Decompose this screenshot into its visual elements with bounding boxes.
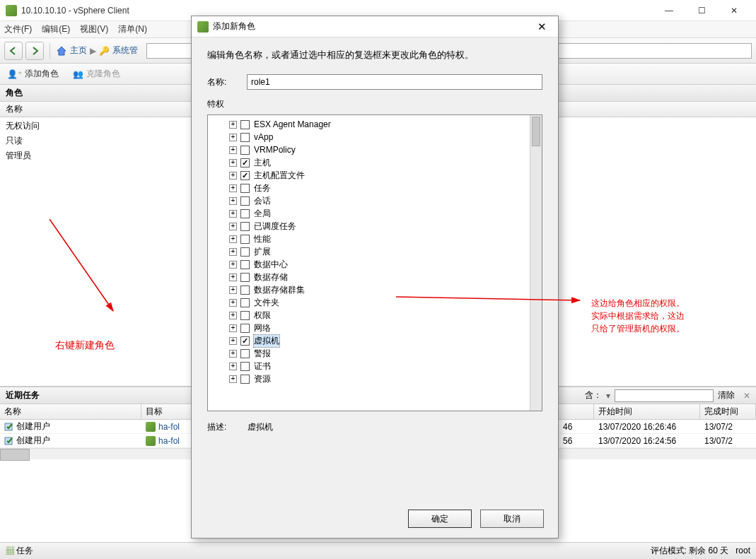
clone-role-button[interactable]: 👥 克隆角色 — [73, 68, 120, 80]
checkbox[interactable] — [240, 209, 250, 218]
checkbox[interactable] — [240, 260, 250, 269]
expand-icon[interactable]: + — [229, 337, 237, 345]
expand-icon[interactable]: + — [229, 248, 237, 256]
checkbox[interactable] — [240, 286, 250, 295]
dialog-icon — [197, 21, 209, 33]
checkbox[interactable] — [240, 196, 250, 206]
add-role-button[interactable]: 👤⁺ 添加角色 — [7, 68, 59, 80]
expand-icon[interactable]: + — [229, 121, 237, 129]
close-tasks-icon[interactable]: ✕ — [743, 391, 750, 401]
maximize-button[interactable]: ☐ — [685, 0, 718, 21]
checkbox[interactable] — [240, 158, 250, 167]
col-end[interactable]: 完成时间 — [700, 404, 756, 419]
expand-icon[interactable]: + — [229, 350, 237, 358]
back-button[interactable] — [4, 42, 23, 60]
tree-node[interactable]: +VRMPolicy — [209, 143, 540, 156]
expand-icon[interactable]: + — [229, 159, 237, 167]
tree-scrollbar[interactable] — [530, 115, 542, 411]
checkbox[interactable] — [240, 235, 250, 244]
expand-icon[interactable]: + — [229, 223, 237, 230]
tree-node[interactable]: +数据中心 — [209, 258, 540, 271]
expand-icon[interactable]: + — [229, 363, 237, 370]
home-icon[interactable] — [56, 45, 67, 57]
col-name[interactable]: 名称 — [0, 404, 141, 419]
checkbox[interactable] — [240, 362, 250, 371]
tree-node[interactable]: +主机配置文件 — [209, 169, 540, 182]
tree-node[interactable]: +会话 — [209, 194, 540, 207]
checkbox[interactable] — [240, 273, 250, 282]
checkbox[interactable] — [240, 298, 250, 307]
menu-file[interactable]: 文件(F) — [4, 23, 32, 35]
tree-label: 任务 — [254, 182, 271, 194]
tree-node[interactable]: +ESX Agent Manager — [209, 118, 540, 131]
role-name-input[interactable] — [247, 74, 542, 90]
tree-node[interactable]: +资源 — [209, 372, 540, 385]
expand-icon[interactable]: + — [229, 210, 237, 218]
checkbox[interactable] — [240, 120, 250, 129]
tree-node[interactable]: +全局 — [209, 207, 540, 220]
dialog-description: 编辑角色名称，或者通过选中相应的复选框来更改此角色的特权。 — [207, 49, 542, 61]
checkbox[interactable] — [240, 324, 250, 333]
expand-icon[interactable]: + — [229, 312, 237, 319]
tree-node[interactable]: +已调度任务 — [209, 220, 540, 233]
menu-view[interactable]: 视图(V) — [80, 23, 108, 35]
expand-icon[interactable]: + — [229, 197, 237, 205]
checkbox[interactable] — [240, 171, 250, 180]
tree-label: 主机 — [254, 157, 271, 169]
cancel-button[interactable]: 取消 — [480, 510, 544, 528]
checkbox[interactable] — [240, 184, 250, 193]
checkbox[interactable] — [240, 222, 250, 231]
clear-button[interactable]: 清除 — [718, 389, 735, 401]
expand-icon[interactable]: + — [229, 261, 237, 269]
task-icon — [4, 422, 14, 432]
expand-icon[interactable]: + — [229, 299, 237, 307]
checkbox[interactable] — [240, 336, 250, 346]
expand-icon[interactable]: + — [229, 146, 237, 154]
tree-node[interactable]: +文件夹 — [209, 296, 540, 309]
tree-node[interactable]: +性能 — [209, 233, 540, 245]
checkbox[interactable] — [240, 133, 250, 142]
minimize-button[interactable]: — — [653, 0, 685, 21]
tree-node[interactable]: +主机 — [209, 156, 540, 169]
expand-icon[interactable]: + — [229, 184, 237, 192]
expand-icon[interactable]: + — [229, 324, 237, 332]
dialog-close-button[interactable]: ✕ — [531, 20, 552, 33]
expand-icon[interactable]: + — [229, 134, 237, 141]
tree-node[interactable]: +网络 — [209, 322, 540, 334]
expand-icon[interactable]: + — [229, 172, 237, 180]
menu-inventory[interactable]: 清单(N) — [118, 23, 147, 35]
tree-label: 数据中心 — [254, 259, 288, 271]
status-bar: ▦ 任务 评估模式: 剩余 60 天 root — [0, 542, 756, 559]
expand-icon[interactable]: + — [229, 235, 237, 243]
tree-node[interactable]: +虚拟机 — [209, 334, 540, 347]
tree-node[interactable]: +数据存储群集 — [209, 283, 540, 296]
ok-button[interactable]: 确定 — [408, 510, 472, 528]
tree-label: VRMPolicy — [254, 145, 296, 155]
tree-node[interactable]: +vApp — [209, 131, 540, 143]
expand-icon[interactable]: + — [229, 375, 237, 383]
tree-node[interactable]: +数据存储 — [209, 271, 540, 283]
menu-edit[interactable]: 编辑(E) — [42, 23, 70, 35]
checkbox[interactable] — [240, 311, 250, 320]
forward-button[interactable] — [25, 42, 44, 60]
tree-label: ESX Agent Manager — [254, 119, 331, 129]
checkbox[interactable] — [240, 247, 250, 257]
expand-icon[interactable]: + — [229, 273, 237, 281]
tree-node[interactable]: +警报 — [209, 347, 540, 360]
filter-input[interactable] — [615, 389, 714, 402]
arrow-left-icon — [8, 46, 18, 56]
checkbox[interactable] — [240, 146, 250, 155]
tree-node[interactable]: +证书 — [209, 360, 540, 372]
tree-node[interactable]: +扩展 — [209, 245, 540, 258]
checkbox[interactable] — [240, 349, 250, 358]
nav-home[interactable]: 主页 — [70, 45, 87, 57]
privileges-label: 特权 — [207, 98, 542, 110]
col-start[interactable]: 开始时间 — [594, 404, 700, 419]
nav-sysmgmt[interactable]: 系统管 — [112, 45, 138, 57]
close-button[interactable]: ✕ — [718, 0, 750, 21]
checkbox[interactable] — [240, 375, 250, 384]
tree-node[interactable]: +权限 — [209, 309, 540, 322]
tasks-status-icon: ▦ — [6, 546, 14, 555]
tree-node[interactable]: +任务 — [209, 182, 540, 194]
expand-icon[interactable]: + — [229, 286, 237, 294]
